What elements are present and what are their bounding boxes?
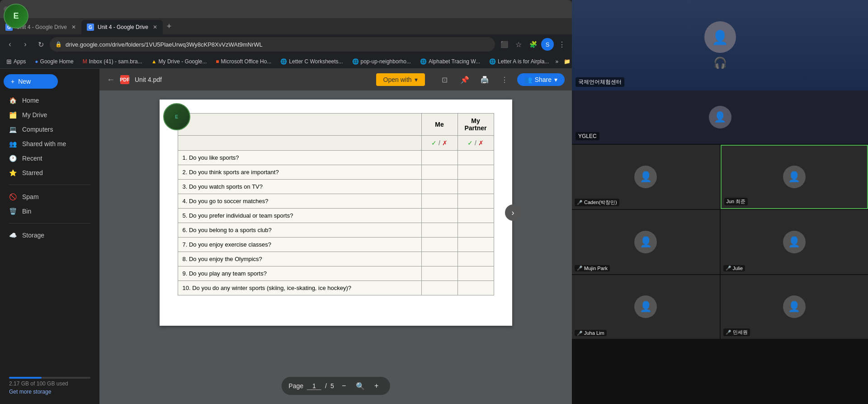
bookmark-button[interactable]: ☆ [512, 38, 525, 51]
bookmark-letter-a[interactable]: 🌐 Letter A is for Airpla... [486, 57, 552, 66]
check-empty [178, 136, 421, 151]
bookmark-letter-c[interactable]: 🌐 Letter C Worksheets... [278, 57, 345, 66]
pdf-back-button[interactable]: ← [107, 75, 115, 85]
page-label: Page [288, 382, 303, 390]
partner-answer-cell [458, 165, 494, 180]
table-row: 2. Do you think sports are important? [178, 165, 494, 180]
partner-slash: / [475, 139, 476, 147]
sidebar-item-mydrive[interactable]: 🗂️ My Drive [4, 109, 96, 121]
partner-answer-cell [458, 194, 494, 209]
zoom-icon-btn[interactable]: 🔍 [354, 380, 367, 392]
storage-bar-fill [9, 377, 42, 379]
participant-tile-mujin: 👤 🎤 Mujin Park [572, 210, 720, 274]
people-icon: 👥 [524, 76, 532, 83]
school-logo-top: E [4, 4, 31, 31]
page-separator: / [325, 382, 327, 390]
bookmark-letter-c-label: Letter C Worksheets... [289, 58, 343, 65]
open-with-button[interactable]: Open with ▾ [376, 73, 425, 86]
forward-button[interactable]: › [19, 38, 32, 51]
chevron-down-icon: ▾ [415, 76, 418, 83]
cast-button[interactable]: ⬛ [498, 38, 510, 51]
sidebar-recent-label: Recent [22, 155, 42, 162]
all-bookmarks[interactable]: 📁 All Bookmarks [564, 55, 572, 68]
sidebar-item-shared[interactable]: 👥 Shared with me [4, 138, 96, 150]
bookmark-alphabet[interactable]: 🌐 Alphabet Tracing W... [417, 57, 483, 66]
bookmark-my-drive-label: My Drive - Google... [159, 58, 207, 65]
participant-tile-minse: 👤 🎤 민세원 [721, 275, 868, 339]
tab-2[interactable]: G Unit 4 - Google Drive ✕ [81, 20, 163, 34]
juha-label: 🎤 Juha Lim [575, 330, 607, 336]
zoom-out-button[interactable]: − [338, 380, 350, 392]
partner-answer-cell [458, 281, 494, 295]
next-page-button[interactable]: › [505, 204, 521, 221]
extensions-button[interactable]: 🧩 [527, 38, 539, 51]
tab-add-button[interactable]: + [163, 20, 175, 33]
me-check-marks: ✓ / ✗ [421, 136, 458, 151]
sidebar-item-storage[interactable]: ☁️ Storage [4, 229, 96, 242]
lock-icon: 🔒 [55, 41, 62, 48]
new-button[interactable]: + New [4, 74, 58, 89]
bookmark-inbox[interactable]: M Inbox (41) - sam.bra... [80, 57, 145, 66]
questions-header [178, 114, 421, 136]
apps-icon: ⊞ [6, 58, 12, 65]
bookmark-my-drive[interactable]: ▲ My Drive - Google... [149, 57, 210, 66]
page-number-input[interactable] [307, 382, 321, 390]
bookmarks-bar: ⊞ Apps ● Google Home M Inbox (41) - sam.… [0, 54, 572, 69]
tab-1-close[interactable]: ✕ [71, 24, 76, 30]
question-cell: 5. Do you prefer individual or team spor… [178, 209, 421, 223]
school-logo: E [163, 103, 190, 130]
sidebar-item-recent[interactable]: 🕐 Recent [4, 152, 96, 165]
refresh-button[interactable]: ↻ [34, 38, 47, 51]
check-marks-row: ✓ / ✗ ✓ / ✗ [178, 136, 494, 151]
me-slash: / [439, 139, 440, 147]
question-cell: 2. Do you think sports are important? [178, 165, 421, 180]
jun-label: Jun 최준 [724, 198, 748, 205]
tab-2-close[interactable]: ✕ [153, 24, 157, 30]
more-bookmarks-btn[interactable]: » [555, 58, 558, 65]
drive-sidebar: + New 🏠 Home 🗂️ My Drive 💻 Computers 👥 S… [0, 69, 99, 404]
sidebar-divider [9, 185, 90, 185]
bookmark-popup[interactable]: 🌐 pop-up-neighborho... [349, 57, 414, 66]
page-controls: Page / 5 − 🔍 + [281, 377, 390, 395]
participant-tile-juha: 👤 🎤 Juha Lim [572, 275, 720, 339]
juha-name: Juha Lim [584, 330, 604, 336]
zoom-in-button[interactable]: + [370, 380, 383, 392]
more-options-button[interactable]: ⋮ [497, 72, 512, 87]
sidebar-item-spam[interactable]: 🚫 Spam [4, 190, 96, 203]
storage-bar [9, 377, 90, 379]
nav-actions: ⬛ ☆ 🧩 S ⋮ [498, 38, 568, 51]
question-cell: 4. Do you go to soccer matches? [178, 194, 421, 209]
sidebar-computers-label: Computers [22, 126, 53, 133]
bookmark-office[interactable]: ■ Microsoft Office Ho... [213, 57, 274, 66]
add-shortcut-button[interactable]: 📌 [458, 72, 472, 87]
share-button[interactable]: 👥 Share ▾ [517, 73, 565, 86]
bookmark-google-home-label: Google Home [40, 58, 74, 65]
browser-content: + New 🏠 Home 🗂️ My Drive 💻 Computers 👥 S… [0, 69, 572, 404]
table-row: 6. Do you belong to a sports club? [178, 223, 494, 238]
bookmark-letter-a-label: Letter A is for Airpla... [498, 58, 549, 65]
bookmark-folder-icon: 📁 [564, 58, 571, 65]
print-button[interactable]: 🖨️ [477, 72, 492, 87]
caden-label: 🎤 Caden(박창민) [575, 199, 619, 206]
school-badge: E [163, 103, 190, 130]
bookmark-google-home[interactable]: ● Google Home [32, 57, 76, 66]
caden-mic-icon: 🎤 [577, 200, 582, 205]
pdf-page: E Me My Partner [160, 100, 512, 326]
storage-link[interactable]: Get more storage [9, 389, 90, 395]
me-answer-cell [421, 223, 458, 238]
participants-grid: 👤 🎤 Caden(박창민) 👤 Jun 최준 👤 🎤 Mujin Park 👤 [572, 145, 868, 404]
back-button[interactable]: ‹ [4, 38, 16, 51]
menu-button[interactable]: ⋮ [556, 38, 568, 51]
minse-label: 🎤 민세원 [723, 328, 750, 336]
sidebar-item-starred[interactable]: ⭐ Starred [4, 166, 96, 179]
sidebar-item-home[interactable]: 🏠 Home [4, 94, 96, 107]
me-answer-cell [421, 266, 458, 281]
present-button[interactable]: ⊡ [438, 72, 452, 87]
bookmark-apps[interactable]: ⊞ Apps [4, 57, 28, 66]
address-bar[interactable]: 🔒 drive.google.com/drive/folders/1VU5Pla… [50, 37, 495, 52]
sidebar-item-computers[interactable]: 💻 Computers [4, 123, 96, 136]
profile-button[interactable]: S [541, 38, 554, 51]
julie-name: Julie [733, 266, 743, 271]
sidebar-item-bin[interactable]: 🗑️ Bin [4, 205, 96, 218]
sidebar-shared-label: Shared with me [22, 140, 66, 147]
